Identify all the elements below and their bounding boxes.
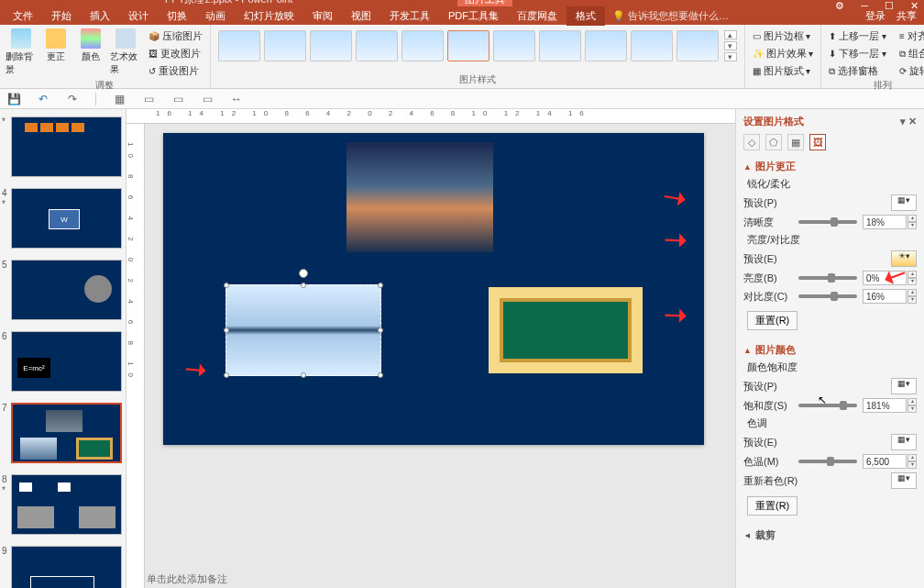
window-min-icon[interactable]: ─ — [861, 0, 868, 12]
slide-canvas[interactable]: ➝ — [163, 133, 704, 445]
spinner-down[interactable]: ▾ — [908, 222, 917, 229]
styles-gallery[interactable]: ▴▾▾ — [216, 28, 739, 63]
spinner-up[interactable]: ▴ — [908, 215, 917, 222]
style-item[interactable] — [402, 30, 444, 61]
tab-pdf[interactable]: PDF工具集 — [439, 6, 508, 26]
tab-file[interactable]: 文件 — [4, 6, 42, 26]
preset-dropdown[interactable]: ▦▾ — [891, 434, 917, 450]
qat-btn[interactable]: ↔ — [230, 93, 243, 105]
style-item[interactable] — [447, 30, 490, 61]
artistic-button[interactable]: 艺术效果 — [110, 28, 141, 79]
qat-btn[interactable]: ▭ — [201, 93, 214, 105]
window-close-icon[interactable]: ✕ — [910, 0, 918, 12]
style-item[interactable] — [676, 30, 719, 61]
qat-btn[interactable]: ▦ — [113, 93, 126, 105]
resize-handle[interactable] — [224, 372, 229, 378]
tab-transitions[interactable]: 切换 — [158, 6, 196, 26]
image-board[interactable] — [489, 287, 643, 373]
sharpness-value[interactable]: 18% — [863, 215, 907, 229]
align-button[interactable]: ≡ 对齐 ▾ — [897, 28, 924, 44]
spinner-down[interactable]: ▾ — [908, 461, 917, 469]
style-item[interactable] — [493, 30, 535, 61]
resize-handle[interactable] — [224, 327, 229, 333]
temperature-value[interactable]: 6,500 — [863, 454, 907, 469]
group-button[interactable]: ⧉ 组合 ▾ — [897, 46, 924, 61]
pane-tab-picture-icon[interactable]: 🖼 — [809, 134, 826, 150]
resize-handle[interactable] — [378, 327, 383, 333]
sharpness-slider[interactable] — [798, 220, 857, 224]
save-icon[interactable]: 💾 — [7, 93, 20, 105]
qat-btn[interactable]: ▭ — [171, 93, 184, 105]
image-city[interactable] — [346, 142, 493, 252]
gallery-more[interactable]: ▾ — [724, 52, 737, 61]
resize-handle[interactable] — [378, 372, 383, 378]
spinner-down[interactable]: ▾ — [908, 405, 917, 413]
canvas-area[interactable]: ➝ ➝ ➝ ➝ — [145, 124, 735, 588]
resize-handle[interactable] — [301, 283, 306, 288]
window-max-icon[interactable]: ☐ — [885, 0, 894, 12]
style-item[interactable] — [539, 30, 581, 61]
resize-handle[interactable] — [224, 283, 229, 288]
spinner-up[interactable]: ▴ — [908, 454, 917, 461]
tab-design[interactable]: 设计 — [119, 6, 158, 26]
brightness-slider[interactable] — [798, 276, 857, 280]
window-setting-icon[interactable]: ⚙ — [835, 0, 844, 12]
tab-review[interactable]: 审阅 — [303, 6, 342, 26]
style-item[interactable] — [310, 30, 352, 61]
style-item[interactable] — [356, 30, 398, 61]
picture-layout-button[interactable]: ▦ 图片版式 ▾ — [751, 63, 816, 79]
saturation-value[interactable]: 181% — [863, 398, 907, 413]
pane-tab-fill-icon[interactable]: ◇ — [743, 134, 760, 150]
tab-home[interactable]: 开始 — [42, 6, 81, 26]
bring-forward-button[interactable]: ⬆ 上移一层 ▾ — [827, 28, 888, 44]
gallery-down[interactable]: ▾ — [724, 41, 737, 50]
style-item[interactable] — [218, 30, 260, 61]
color-button[interactable]: 颜色 — [75, 28, 106, 79]
tab-baidu[interactable]: 百度网盘 — [508, 6, 566, 26]
selection-pane-button[interactable]: ⧉ 选择窗格 — [827, 63, 888, 79]
pane-tab-effects-icon[interactable]: ⬠ — [765, 134, 782, 150]
spinner-up[interactable]: ▴ — [908, 398, 917, 405]
reset-corrections-button[interactable]: 重置(R) — [747, 311, 798, 330]
tell-me[interactable]: 💡 告诉我您想要做什么… — [612, 9, 729, 23]
picture-border-button[interactable]: ▭ 图片边框 ▾ — [751, 28, 816, 44]
spinner-up[interactable]: ▴ — [908, 271, 917, 278]
corrections-button[interactable]: 更正 — [40, 28, 72, 79]
picture-effects-button[interactable]: ✨ 图片效果 ▾ — [751, 46, 816, 61]
recolor-dropdown[interactable]: ▦▾ — [891, 472, 917, 489]
resize-handle[interactable] — [301, 372, 306, 378]
send-back-button[interactable]: ⬇ 下移一层 ▾ — [827, 46, 888, 61]
style-item[interactable] — [264, 30, 306, 61]
remove-bg-button[interactable]: 删除背景 — [6, 28, 37, 79]
qat-btn[interactable]: ▭ — [142, 93, 155, 105]
section-crop[interactable]: ▲裁剪 — [743, 528, 917, 542]
undo-icon[interactable]: ↶ — [37, 93, 50, 105]
rotate-button[interactable]: ⟳ 旋转 ▾ — [897, 63, 924, 79]
tab-insert[interactable]: 插入 — [81, 6, 119, 26]
gallery-up[interactable]: ▴ — [724, 30, 737, 39]
spinner-down[interactable]: ▾ — [908, 296, 917, 304]
style-item[interactable] — [585, 30, 627, 61]
change-pic-button[interactable]: 🖼 更改图片 — [147, 46, 204, 61]
image-mountain-selected[interactable] — [226, 284, 381, 376]
tab-slideshow[interactable]: 幻灯片放映 — [235, 6, 303, 26]
section-corrections[interactable]: ▲图片更正 — [743, 160, 917, 173]
preset-dropdown[interactable]: ▦▾ — [891, 194, 917, 211]
pane-close-icon[interactable]: ▾ ✕ — [900, 116, 917, 128]
reset-pic-button[interactable]: ↺ 重设图片 — [147, 63, 204, 79]
notes-placeholder[interactable]: 单击此处添加备注 — [147, 572, 227, 586]
tab-format[interactable]: 格式 — [566, 6, 605, 26]
style-item[interactable] — [631, 30, 673, 61]
reset-color-button[interactable]: 重置(R) — [747, 496, 798, 516]
spinner-up[interactable]: ▴ — [908, 289, 917, 296]
resize-handle[interactable] — [378, 283, 383, 288]
section-picture-color[interactable]: ▲图片颜色 — [743, 343, 917, 357]
rotate-handle-icon[interactable] — [299, 269, 308, 278]
pane-tab-size-icon[interactable]: ▦ — [787, 134, 804, 150]
saturation-slider[interactable] — [798, 404, 857, 407]
tab-animations[interactable]: 动画 — [196, 6, 235, 26]
tab-developer[interactable]: 开发工具 — [380, 6, 439, 26]
compress-button[interactable]: 📦 压缩图片 — [147, 28, 204, 44]
preset-dropdown[interactable]: ▦▾ — [891, 378, 917, 394]
tab-view[interactable]: 视图 — [342, 6, 380, 26]
